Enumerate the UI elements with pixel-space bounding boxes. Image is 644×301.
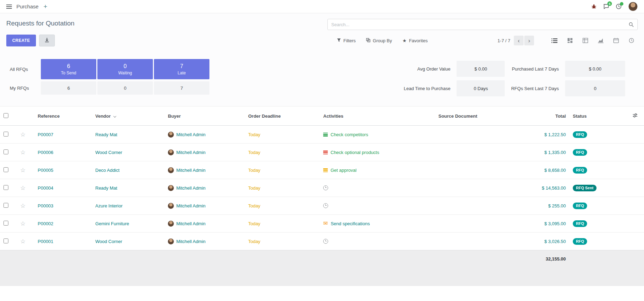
rfq-activity[interactable]: ✉ Get approval bbox=[320, 161, 435, 179]
rfq-activity[interactable]: ✉ Check competitors bbox=[320, 126, 435, 144]
rfq-vendor[interactable]: Wood Corner bbox=[92, 144, 164, 161]
rfq-order-deadline: Today bbox=[245, 144, 320, 161]
rfq-row[interactable]: ☆ P00005 Deco Addict Mitchell Admin Toda… bbox=[0, 161, 644, 179]
create-button[interactable]: CREATE bbox=[6, 35, 36, 46]
group-by-button[interactable]: Group By bbox=[366, 38, 392, 43]
rfq-vendor[interactable]: Wood Corner bbox=[92, 233, 164, 250]
rfq-list-view: Reference Vendor Buyer Order Deadline Ac… bbox=[0, 106, 644, 286]
rfq-activity[interactable]: ✉ bbox=[320, 179, 435, 197]
tile-waiting[interactable]: 0 Waiting bbox=[97, 59, 153, 79]
favorite-star-icon[interactable]: ☆ bbox=[20, 238, 25, 245]
messages-icon[interactable]: 5 bbox=[603, 3, 609, 9]
rfq-row[interactable]: ☆ P00002 Gemini Furniture Mitchell Admin… bbox=[0, 215, 644, 233]
rfq-vendor[interactable]: Gemini Furniture bbox=[92, 215, 164, 233]
search-icon[interactable] bbox=[629, 22, 634, 27]
rfq-reference[interactable]: P00002 bbox=[34, 215, 92, 233]
favorite-star-icon[interactable]: ☆ bbox=[20, 131, 25, 138]
rfq-buyer[interactable]: Mitchell Admin bbox=[164, 233, 245, 250]
view-kanban-button[interactable] bbox=[566, 36, 574, 45]
col-header-total[interactable]: Total bbox=[512, 107, 569, 126]
rfq-order-deadline: Today bbox=[245, 215, 320, 233]
row-checkbox[interactable] bbox=[3, 221, 8, 226]
rfq-total: $ 3,026.50 bbox=[512, 233, 569, 250]
export-download-button[interactable] bbox=[39, 35, 55, 46]
optional-columns-icon[interactable] bbox=[632, 114, 638, 119]
rfq-vendor[interactable]: Ready Mat bbox=[92, 179, 164, 197]
view-list-button[interactable] bbox=[550, 36, 559, 45]
col-header-activities[interactable]: Activities bbox=[320, 107, 435, 126]
rfq-buyer[interactable]: Mitchell Admin bbox=[164, 215, 245, 233]
favorite-star-icon[interactable]: ☆ bbox=[20, 149, 25, 156]
rfq-row[interactable]: ☆ P00004 Ready Mat Mitchell Admin Today … bbox=[0, 179, 644, 197]
rfq-buyer[interactable]: Mitchell Admin bbox=[164, 161, 245, 179]
rfq-reference[interactable]: P00006 bbox=[34, 144, 92, 161]
row-checkbox[interactable] bbox=[3, 203, 8, 208]
rfq-buyer[interactable]: Mitchell Admin bbox=[164, 197, 245, 215]
col-header-source-document[interactable]: Source Document bbox=[435, 107, 512, 126]
row-checkbox[interactable] bbox=[3, 149, 8, 154]
favorites-button[interactable]: ★ Favorites bbox=[402, 38, 428, 43]
col-header-vendor[interactable]: Vendor bbox=[92, 107, 164, 126]
debug-bug-icon[interactable] bbox=[591, 4, 597, 9]
row-checkbox[interactable] bbox=[3, 185, 8, 190]
late-label: Late bbox=[178, 71, 186, 75]
apps-menu-icon[interactable] bbox=[6, 5, 12, 9]
pager-next-button[interactable]: › bbox=[524, 36, 534, 45]
user-avatar[interactable] bbox=[628, 2, 638, 11]
pager-previous-button[interactable]: ‹ bbox=[514, 36, 524, 45]
waiting-count: 0 bbox=[124, 63, 127, 69]
rfq-reference[interactable]: P00005 bbox=[34, 161, 92, 179]
row-checkbox[interactable] bbox=[3, 132, 8, 137]
avg-order-value-label: Avg Order Value bbox=[404, 66, 451, 72]
search-box[interactable] bbox=[327, 19, 638, 30]
rfq-reference[interactable]: P00001 bbox=[34, 233, 92, 250]
rfq-activity[interactable]: ✉ Check optional products bbox=[320, 144, 435, 161]
my-waiting-tile[interactable]: 0 bbox=[97, 81, 153, 95]
my-to-send-tile[interactable]: 6 bbox=[41, 81, 96, 95]
search-input[interactable] bbox=[331, 22, 629, 27]
view-activity-button[interactable] bbox=[627, 36, 636, 45]
filters-button[interactable]: Filters bbox=[337, 38, 356, 43]
select-all-checkbox[interactable] bbox=[3, 113, 8, 118]
rfq-reference[interactable]: P00004 bbox=[34, 179, 92, 197]
rfq-total: $ 255.00 bbox=[512, 197, 569, 215]
buyer-avatar bbox=[168, 149, 174, 155]
rfq-reference[interactable]: P00007 bbox=[34, 126, 92, 144]
favorite-star-icon[interactable]: ☆ bbox=[20, 203, 25, 209]
plus-icon[interactable]: + bbox=[43, 3, 47, 10]
rfq-status-cell: RFQ bbox=[569, 197, 611, 215]
favorite-star-icon[interactable]: ☆ bbox=[20, 167, 25, 174]
my-late-tile[interactable]: 7 bbox=[154, 81, 209, 95]
rfq-buyer[interactable]: Mitchell Admin bbox=[164, 126, 245, 144]
rfq-buyer[interactable]: Mitchell Admin bbox=[164, 144, 245, 161]
favorite-star-icon[interactable]: ☆ bbox=[20, 220, 25, 227]
rfq-activity[interactable]: ✉ Send specifications bbox=[320, 215, 435, 233]
favorite-star-icon[interactable]: ☆ bbox=[20, 185, 25, 191]
app-name[interactable]: Purchase bbox=[16, 3, 38, 9]
rfq-row[interactable]: ☆ P00003 Azure Interior Mitchell Admin T… bbox=[0, 197, 644, 215]
rfq-vendor[interactable]: Deco Addict bbox=[92, 161, 164, 179]
rfq-source-document bbox=[435, 126, 512, 144]
col-header-buyer[interactable]: Buyer bbox=[164, 107, 245, 126]
rfq-vendor[interactable]: Azure Interior bbox=[92, 197, 164, 215]
view-pivot-button[interactable] bbox=[581, 36, 590, 45]
tile-to-send[interactable]: 6 To Send bbox=[41, 59, 96, 79]
rfq-vendor[interactable]: Ready Mat bbox=[92, 126, 164, 144]
view-calendar-button[interactable] bbox=[612, 36, 620, 45]
view-graph-button[interactable] bbox=[597, 36, 605, 45]
activities-clock-icon[interactable] bbox=[616, 3, 622, 9]
rfq-row[interactable]: ☆ P00006 Wood Corner Mitchell Admin Toda… bbox=[0, 144, 644, 161]
row-checkbox[interactable] bbox=[3, 167, 8, 172]
col-header-reference[interactable]: Reference bbox=[34, 107, 92, 126]
tile-late[interactable]: 7 Late bbox=[154, 59, 209, 79]
rfq-row[interactable]: ☆ P00007 Ready Mat Mitchell Admin Today … bbox=[0, 126, 644, 144]
row-checkbox[interactable] bbox=[3, 238, 8, 243]
rfq-activity[interactable]: ✉ bbox=[320, 233, 435, 250]
col-header-status[interactable]: Status bbox=[569, 107, 611, 126]
activity-label: Check optional products bbox=[331, 150, 379, 155]
rfq-activity[interactable]: ✉ bbox=[320, 197, 435, 215]
rfq-row[interactable]: ☆ P00001 Wood Corner Mitchell Admin Toda… bbox=[0, 233, 644, 250]
rfq-reference[interactable]: P00003 bbox=[34, 197, 92, 215]
col-header-order-deadline[interactable]: Order Deadline bbox=[245, 107, 320, 126]
rfq-buyer[interactable]: Mitchell Admin bbox=[164, 179, 245, 197]
